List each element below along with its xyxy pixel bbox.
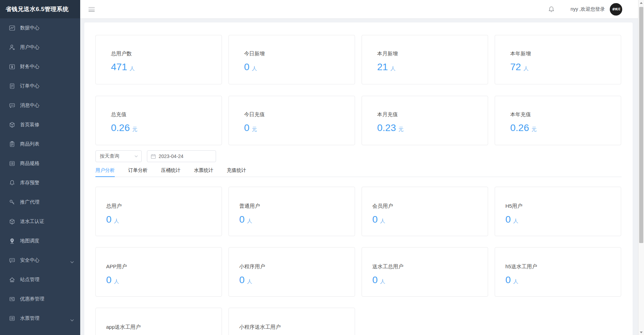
stat-card-value: 0人 (372, 274, 488, 286)
stat-card: 普通用户0人 (228, 187, 355, 236)
sidebar-item[interactable]: 订单中心 (0, 76, 80, 96)
top-header: nyy ,欢迎您登录 省钱兄 (80, 0, 638, 18)
sidebar-item-label: 地图调度 (20, 238, 39, 244)
tab-订单分析[interactable]: 订单分析 (128, 164, 148, 177)
sidebar-item-label: 订单中心 (20, 83, 39, 89)
stat-card-value: 0.23元 (377, 122, 488, 133)
stat-card-label: 今日充值 (244, 111, 355, 118)
sidebar-item-label: 数据中心 (20, 25, 39, 31)
stat-value-unit: 元 (252, 126, 257, 133)
stat-value-number: 72 (510, 62, 521, 73)
stat-value-unit: 人 (130, 65, 135, 72)
key-icon (9, 199, 16, 206)
stat-card-value: 0人 (244, 62, 355, 73)
stat-card-value: 0人 (505, 214, 621, 225)
stat-value-number: 0 (372, 214, 378, 225)
sidebar-item[interactable]: 站点管理 (0, 270, 80, 289)
stat-value-unit: 人 (380, 218, 385, 224)
stat-card-label: 本年新增 (510, 50, 621, 57)
stat-value-number: 21 (377, 62, 388, 73)
stat-value-number: 0 (239, 274, 245, 286)
stat-value-unit: 人 (114, 218, 119, 224)
stat-card-value: 0人 (239, 214, 355, 225)
sidebar-item[interactable]: 地图调度 (0, 231, 80, 251)
tab-用户分析[interactable]: 用户分析 (95, 164, 115, 177)
analysis-tabs: 用户分析订单分析压桶统计水票统计充值统计 (95, 164, 622, 177)
scroll-down-arrow[interactable] (638, 329, 644, 335)
stat-card: app送水工用户0人 (95, 308, 222, 335)
bell-icon[interactable] (548, 6, 555, 13)
sidebar-item[interactable]: 水票管理 (0, 309, 80, 328)
sidebar-item[interactable]: 推广代理 (0, 193, 80, 212)
query-mode-value: 按天查询 (100, 153, 134, 159)
chevron-down-icon (134, 155, 138, 157)
stat-card: 总充值0.26元 (95, 96, 222, 145)
tab-水票统计[interactable]: 水票统计 (194, 164, 213, 177)
sidebar-item-label: 消息中心 (20, 102, 39, 109)
tab-压桶统计[interactable]: 压桶统计 (161, 164, 180, 177)
stat-card-value: 0人 (505, 274, 621, 286)
stat-value-unit: 人 (252, 65, 257, 72)
chevron-down-icon (70, 259, 74, 262)
header-right: nyy ,欢迎您登录 省钱兄 (548, 3, 638, 16)
sidebar-item-label: 站点管理 (20, 277, 39, 283)
sidebar-item-label: 商品列表 (20, 141, 39, 147)
stat-value-number: 0 (372, 274, 378, 286)
finance-icon (9, 63, 16, 70)
stat-value-number: 0 (505, 214, 511, 225)
stat-card-value: 0.26元 (111, 122, 222, 133)
sidebar-item[interactable]: 送水工认证 (0, 212, 80, 231)
chart-icon (9, 25, 16, 31)
stat-card-label: 小程序送水工用户 (239, 324, 355, 331)
date-value: 2023-04-24 (159, 153, 184, 159)
sidebar-item[interactable]: 优惠券管理 (0, 289, 80, 309)
chevron-down-icon (70, 317, 74, 320)
date-picker[interactable]: 2023-04-24 (147, 150, 216, 162)
hamburger-icon[interactable] (88, 7, 95, 11)
stat-value-number: 0.26 (510, 122, 529, 133)
page-scrollbar[interactable] (638, 0, 644, 335)
sidebar-item[interactable]: 首页装修 (0, 115, 80, 134)
stat-card: 今日充值0元 (228, 96, 355, 145)
stat-value-unit: 人 (114, 278, 119, 285)
user-icon (9, 44, 16, 51)
sidebar-item-label: 安全中心 (20, 257, 39, 263)
welcome-text[interactable]: nyy ,欢迎您登录 (570, 6, 605, 12)
query-mode-select[interactable]: 按天查询 (95, 150, 142, 162)
sidebar-item[interactable]: 数据中心 (0, 18, 80, 38)
scroll-up-arrow[interactable] (638, 0, 644, 6)
sidebar-item[interactable]: 商品列表 (0, 134, 80, 154)
stat-card-label: 总充值 (111, 111, 222, 118)
stat-value-number: 0 (505, 274, 511, 286)
tab-充值统计[interactable]: 充值统计 (227, 164, 246, 177)
avatar[interactable]: 省钱兄 (610, 3, 622, 16)
stat-card-label: h5送水工用户 (505, 263, 621, 270)
stat-card-value: 471人 (111, 62, 222, 73)
sidebar-item-label: 优惠券管理 (20, 296, 44, 302)
sidebar-item-label: 首页装修 (20, 122, 39, 128)
order-icon (9, 83, 16, 90)
sidebar-item[interactable]: 库存预警 (0, 173, 80, 193)
sidebar-item[interactable]: 财务中心 (0, 57, 80, 76)
stat-value-number: 0 (244, 62, 250, 73)
spec-icon (9, 160, 16, 167)
cube-icon (9, 218, 16, 225)
stat-card: 总用户0人 (95, 187, 222, 236)
stat-card-label: 总用户数 (111, 50, 222, 57)
sidebar-item[interactable]: 消息中心 (0, 96, 80, 115)
stat-card: 本月充值0.23元 (362, 96, 488, 145)
stat-card-label: 今日新增 (244, 50, 355, 57)
stat-value-unit: 人 (523, 65, 529, 72)
sidebar-item-label: 送水工认证 (20, 218, 44, 225)
sidebar-item[interactable]: 安全中心 (0, 251, 80, 270)
stat-value-number: 0.26 (111, 122, 130, 133)
stat-card-label: 小程序用户 (239, 263, 355, 270)
stat-value-number: 0 (106, 274, 112, 286)
stat-card-label: 本月充值 (377, 111, 488, 118)
sidebar-item[interactable]: 用户中心 (0, 38, 80, 57)
spec-icon (9, 315, 16, 322)
stat-value-unit: 元 (132, 126, 138, 133)
sidebar-item[interactable]: 商品规格 (0, 154, 80, 173)
scrollbar-thumb[interactable] (639, 7, 643, 243)
stat-card-value: 0人 (106, 274, 222, 286)
